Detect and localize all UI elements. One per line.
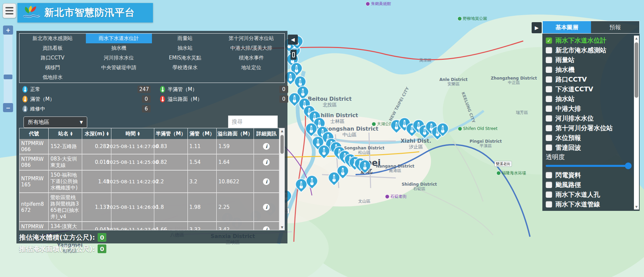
- layers-tab-預報[interactable]: 預報: [591, 21, 639, 33]
- zoom-in-button[interactable]: +: [3, 26, 13, 35]
- table-row[interactable]: ntpifem8672鶯歌區鶯桃路與鶯桃路365巷口(抽水井)_v41.1372…: [19, 193, 279, 222]
- info-icon[interactable]: i: [263, 143, 270, 150]
- info-icon[interactable]: i: [263, 204, 270, 211]
- layer-checkbox[interactable]: [546, 76, 552, 83]
- layer-checkbox[interactable]: ✓: [546, 37, 552, 44]
- tab-地址定位[interactable]: 地址定位: [218, 63, 285, 73]
- tab-雨水下水道水位計[interactable]: 雨水下水道水位計: [86, 34, 152, 43]
- tab-橫移門[interactable]: 橫移門: [19, 63, 86, 73]
- column-header-溢出路面（M）[interactable]: 溢出路面（M）: [217, 128, 254, 139]
- tab-中央管破堤申請[interactable]: 中央管破堤申請: [86, 63, 152, 73]
- layer-checkbox[interactable]: [546, 57, 552, 63]
- layer-item-河川排水水位[interactable]: 河川排水水位: [546, 113, 632, 123]
- layer-item-雨水下水道水位計[interactable]: ✓雨水下水道水位計: [546, 36, 632, 45]
- column-header-時間[interactable]: 時間▲▼: [111, 128, 154, 139]
- info-icon[interactable]: i: [263, 178, 270, 185]
- column-header-滿管（M）[interactable]: 滿管（M）: [188, 128, 217, 139]
- panel-collapse-button[interactable]: ◀: [288, 35, 298, 45]
- layers-tab-基本圖層[interactable]: 基本圖層: [543, 21, 591, 33]
- tab-雨量站[interactable]: 雨量站: [152, 34, 218, 43]
- layer-item-颱風路徑[interactable]: 颱風路徑: [546, 180, 632, 190]
- layers-panel-toggle-button[interactable]: ▶: [532, 22, 542, 33]
- layer-item-積淹水事件查詢[interactable]: 積淹水事件查詢: [546, 209, 632, 210]
- table-row[interactable]: NTPMRW086083-大安圳東支線0.0162025-08-11 14:25…: [19, 154, 279, 171]
- scroll-up-icon[interactable]: ▲: [280, 128, 284, 134]
- info-icon[interactable]: i: [263, 226, 270, 230]
- table-row[interactable]: NTPMRW165150-福和地下道(公所抽水機維護中)1.482025-08-…: [19, 171, 279, 193]
- table-row[interactable]: NTPMRW066152-五峰路0.2822025-08-11 14:27:00…: [19, 139, 279, 154]
- layer-checkbox[interactable]: [546, 125, 552, 131]
- layer-item-雨水下水道人孔[interactable]: 雨水下水道人孔: [546, 190, 632, 199]
- layer-item-雨量站[interactable]: 雨量站: [546, 55, 632, 65]
- water-level-station-marker[interactable]: [318, 145, 330, 159]
- layer-checkbox[interactable]: [546, 47, 552, 53]
- tab-EMIS淹水災點[interactable]: EMIS淹水災點: [152, 53, 218, 63]
- slider-track[interactable]: [546, 165, 630, 167]
- tab-河川排水水位[interactable]: 河川排水水位: [86, 53, 152, 63]
- layer-item-路口CCTV[interactable]: 路口CCTV: [546, 75, 632, 84]
- column-header-水深(m)[interactable]: 水深(m)▲▼: [82, 128, 111, 139]
- layer-checkbox[interactable]: [546, 201, 552, 207]
- layer-item-抽水機[interactable]: 抽水機: [546, 65, 632, 75]
- water-level-station-marker[interactable]: [295, 178, 308, 193]
- layer-item-閃電資料[interactable]: 閃電資料: [546, 170, 632, 180]
- scroll-down-icon[interactable]: ▼: [280, 225, 284, 230]
- layer-checkbox[interactable]: [546, 172, 552, 178]
- table-scrollbar-thumb[interactable]: [280, 135, 284, 154]
- layer-checkbox[interactable]: [546, 135, 552, 141]
- layer-item-中港大排[interactable]: 中港大排: [546, 104, 632, 113]
- layers-scrollbar[interactable]: ▲ ▼: [634, 36, 639, 210]
- layer-checkbox[interactable]: [546, 144, 552, 151]
- layer-checkbox[interactable]: [546, 182, 552, 188]
- column-header-站名[interactable]: 站名▲▼: [49, 128, 82, 139]
- tab-學校透保水[interactable]: 學校透保水: [152, 63, 218, 73]
- table-row[interactable]: NTPMRW084134-渼寶大樓前0.0412025-08-11 14:27:…: [19, 222, 279, 230]
- column-header-半滿管（M）[interactable]: 半滿管（M）: [154, 128, 188, 139]
- tab-中港大排/溪美大排[interactable]: 中港大排/溪美大排: [218, 43, 285, 53]
- layer-checkbox[interactable]: [546, 66, 552, 73]
- water-level-station-marker[interactable]: [328, 172, 340, 186]
- search-input[interactable]: [228, 116, 278, 128]
- column-header-詳細資訊[interactable]: 詳細資訊: [254, 128, 279, 139]
- zoom-out-button[interactable]: −: [3, 103, 13, 112]
- layer-item-雨水下水道管線[interactable]: 雨水下水道管線: [546, 199, 632, 209]
- layer-checkbox[interactable]: [546, 191, 552, 198]
- sort-icon[interactable]: ▲▼: [138, 131, 140, 136]
- zoom-track[interactable]: [4, 29, 12, 109]
- water-level-station-marker[interactable]: [305, 123, 318, 137]
- region-select[interactable]: 所有地區 ▼: [23, 117, 87, 128]
- layer-checkbox[interactable]: [546, 105, 552, 112]
- tab-資訊看板[interactable]: 資訊看板: [19, 43, 86, 53]
- layer-item-抽水站[interactable]: 抽水站: [546, 94, 632, 104]
- layer-item-下水道CCTV[interactable]: 下水道CCTV: [546, 84, 632, 94]
- sort-icon[interactable]: ▲▼: [70, 131, 72, 136]
- tab-抽水機[interactable]: 抽水機: [86, 43, 152, 53]
- tab-第十河川分署水位站[interactable]: 第十河川分署水位站: [218, 34, 285, 43]
- column-header-代號[interactable]: 代號: [19, 128, 49, 139]
- info-icon[interactable]: i: [263, 159, 270, 166]
- tab-低地排水[interactable]: 低地排水: [19, 73, 86, 82]
- scroll-down-icon[interactable]: ▼: [634, 204, 639, 210]
- table-scrollbar[interactable]: ▲ ▼: [279, 128, 285, 230]
- layer-item-第十河川分署水位站[interactable]: 第十河川分署水位站: [546, 123, 632, 133]
- tab-積淹水事件[interactable]: 積淹水事件: [218, 53, 285, 63]
- panel-pin-button[interactable]: [290, 50, 297, 60]
- layer-checkbox[interactable]: [546, 115, 552, 122]
- tab-新北市淹水感測站[interactable]: 新北市淹水感測站: [19, 34, 86, 43]
- water-level-station-marker[interactable]: [436, 123, 449, 137]
- layer-checkbox[interactable]: [546, 96, 552, 102]
- opacity-slider[interactable]: [546, 161, 632, 170]
- tab-路口CCTV[interactable]: 路口CCTV: [19, 53, 86, 63]
- sort-icon[interactable]: ▲▼: [107, 131, 109, 136]
- layer-item-水位預報[interactable]: 水位預報: [546, 133, 632, 143]
- layer-item-新北市淹水感測站[interactable]: 新北市淹水感測站: [546, 45, 632, 55]
- slider-thumb[interactable]: [625, 163, 632, 169]
- water-level-station-marker[interactable]: [359, 159, 371, 174]
- layers-scrollbar-thumb[interactable]: [635, 42, 638, 98]
- layer-item-雷達回波[interactable]: 雷達回波: [546, 143, 632, 152]
- menu-button[interactable]: [3, 3, 16, 18]
- tab-抽水站[interactable]: 抽水站: [152, 43, 218, 53]
- scroll-up-icon[interactable]: ▲: [634, 36, 639, 41]
- zoom-slider-handle[interactable]: [4, 75, 12, 79]
- layer-checkbox[interactable]: [546, 86, 552, 92]
